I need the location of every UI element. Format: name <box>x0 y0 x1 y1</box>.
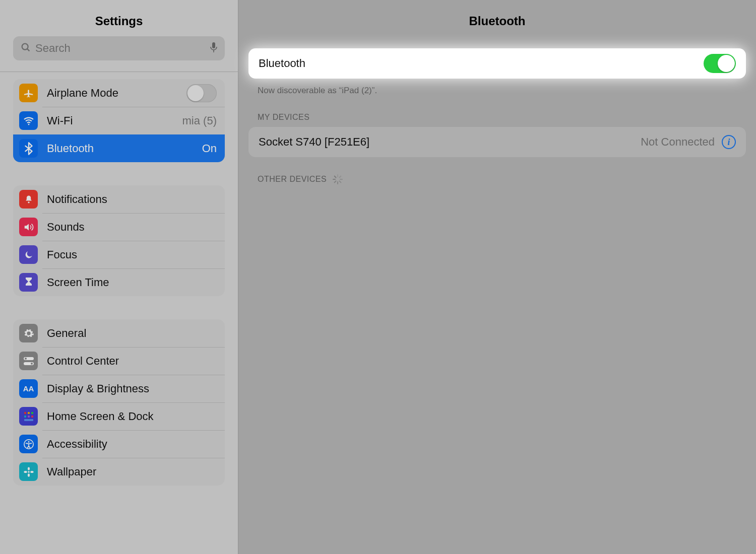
sidebar-item-bluetooth[interactable]: Bluetooth On <box>13 134 225 162</box>
sidebar-item-label: Wi-Fi <box>47 114 182 127</box>
display-icon: AA <box>19 379 38 398</box>
detail-title: Bluetooth <box>238 0 756 48</box>
svg-point-22 <box>24 470 27 472</box>
sidebar-item-accessibility[interactable]: Accessibility <box>13 430 225 458</box>
svg-line-1 <box>27 49 29 51</box>
sidebar-item-value: On <box>202 142 217 155</box>
other-devices-header: OTHER DEVICES <box>238 157 756 189</box>
speaker-icon <box>19 218 38 236</box>
sidebar-item-homescreen[interactable]: Home Screen & Dock <box>13 402 225 430</box>
bell-icon <box>19 190 38 209</box>
hourglass-icon <box>19 273 38 292</box>
sidebar-item-focus[interactable]: Focus <box>13 241 225 268</box>
device-row[interactable]: Socket S740 [F251E6] Not Connected i <box>248 127 746 157</box>
info-icon[interactable]: i <box>722 135 736 149</box>
moon-icon <box>19 245 38 264</box>
svg-point-0 <box>22 44 28 50</box>
bluetooth-toggle-label: Bluetooth <box>259 57 704 70</box>
sidebar-item-wallpaper[interactable]: Wallpaper <box>13 458 225 486</box>
svg-point-18 <box>28 441 29 442</box>
sidebar-item-label: Focus <box>47 248 217 261</box>
sidebar-item-controlcenter[interactable]: Control Center <box>13 347 225 375</box>
svg-rect-10 <box>24 412 26 414</box>
accessibility-icon <box>19 435 38 453</box>
svg-point-5 <box>28 201 29 203</box>
sidebar-item-label: Display & Brightness <box>47 382 217 395</box>
device-status: Not Connected <box>641 135 715 149</box>
sidebar-item-label: Sounds <box>47 221 217 234</box>
bluetooth-toggle[interactable] <box>704 54 736 73</box>
sidebar-item-label: Screen Time <box>47 276 217 289</box>
svg-point-9 <box>31 363 33 365</box>
svg-point-8 <box>25 358 27 360</box>
flower-icon <box>19 462 38 481</box>
settings-sidebar: Settings Search Airplane Mode <box>0 0 238 554</box>
sidebar-item-label: General <box>47 327 217 340</box>
spinner-icon <box>333 174 343 184</box>
sidebar-item-general[interactable]: General <box>13 319 225 347</box>
svg-rect-2 <box>212 42 215 48</box>
svg-rect-12 <box>31 412 33 414</box>
sidebar-item-sounds[interactable]: Sounds <box>13 213 225 241</box>
sidebar-item-label: Accessibility <box>47 438 217 451</box>
sidebar-group-general: General Control Center AA Display & Brig… <box>13 319 225 486</box>
bluetooth-toggle-card: Bluetooth <box>248 48 746 79</box>
search-input[interactable]: Search <box>13 36 225 60</box>
svg-point-20 <box>27 467 29 470</box>
sidebar-item-wifi[interactable]: Wi-Fi mia (5) <box>13 107 225 134</box>
sidebar-item-label: Notifications <box>47 193 217 206</box>
svg-point-19 <box>28 471 30 473</box>
discoverable-text: Now discoverable as “iPad (2)”. <box>238 79 756 96</box>
sidebar-item-label: Wallpaper <box>47 465 217 478</box>
bluetooth-icon <box>19 139 38 158</box>
gear-icon <box>19 324 38 342</box>
grid-icon <box>19 407 38 426</box>
sidebar-group-alerts: Notifications Sounds Focus Screen Time <box>13 185 225 296</box>
microphone-icon[interactable] <box>210 42 218 55</box>
sidebar-title: Settings <box>0 0 238 36</box>
svg-rect-16 <box>24 419 33 421</box>
switches-icon <box>19 352 38 370</box>
sidebar-item-display[interactable]: AA Display & Brightness <box>13 375 225 402</box>
sidebar-item-label: Home Screen & Dock <box>47 410 217 423</box>
svg-rect-14 <box>28 416 30 418</box>
sidebar-item-label: Airplane Mode <box>47 87 186 100</box>
airplane-icon <box>19 84 38 102</box>
sidebar-item-airplane[interactable]: Airplane Mode <box>13 79 225 107</box>
my-devices-list: Socket S740 [F251E6] Not Connected i <box>248 127 746 157</box>
sidebar-item-notifications[interactable]: Notifications <box>13 185 225 213</box>
svg-point-4 <box>28 123 29 125</box>
sidebar-item-label: Bluetooth <box>47 142 202 155</box>
sidebar-group-connectivity: Airplane Mode Wi-Fi mia (5) Bluetooth On <box>13 79 225 162</box>
search-icon <box>20 42 31 55</box>
svg-rect-15 <box>31 416 33 418</box>
sidebar-item-value: mia (5) <box>182 114 217 127</box>
svg-rect-13 <box>24 416 26 418</box>
airplane-toggle[interactable] <box>186 84 217 102</box>
my-devices-header: MY DEVICES <box>238 96 756 127</box>
svg-rect-11 <box>28 412 30 414</box>
sidebar-item-label: Control Center <box>47 355 217 368</box>
wifi-icon <box>19 111 38 130</box>
device-name: Socket S740 [F251E6] <box>259 135 641 149</box>
search-placeholder: Search <box>35 42 210 55</box>
bluetooth-detail-pane: Bluetooth Bluetooth Now discoverable as … <box>238 0 756 554</box>
svg-point-23 <box>30 470 33 472</box>
svg-point-21 <box>27 473 29 476</box>
sidebar-item-screentime[interactable]: Screen Time <box>13 268 225 296</box>
